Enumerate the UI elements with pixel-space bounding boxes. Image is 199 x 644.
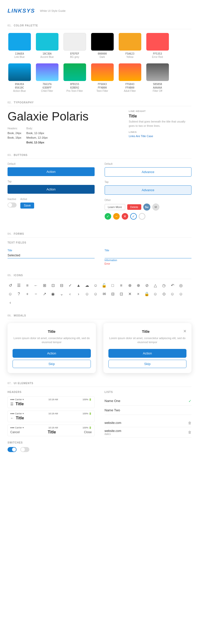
icon-person: ⊟ [59,283,64,288]
header2-topbar: ●●● Carrier ▾ 10:19 AM 100% 🔋 [10,412,92,415]
trash-icon-1[interactable]: 🗑 [188,421,191,425]
field2-input[interactable] [105,252,192,258]
modal1-action-button[interactable]: Action [13,349,91,358]
avatar-m[interactable]: M [152,204,159,211]
check-icon-1: ✓ [188,399,191,403]
inactive-active-container: Inactive Active Save [8,198,95,209]
switch-on[interactable] [8,447,17,452]
name-dark: Dark [100,56,105,58]
toggle-inactive[interactable] [8,203,17,208]
hex-actionblue: 09A3EA05618C [15,83,24,90]
header3-close[interactable]: Close [84,430,92,434]
advance-tap-button[interactable]: Advance [105,185,192,195]
action-default-button[interactable]: Action [8,167,95,176]
header2-battery: 100% 🔋 [83,412,92,415]
header3-cancel[interactable]: Cancel [10,430,20,434]
color-item-preteenfilter: 0FB15502BD92 Pre-Teen Filter [63,63,87,92]
check-circle-icon[interactable]: ✓ [105,213,111,220]
advance-default-button[interactable]: Advance [105,167,192,177]
color-item-accentblue: 18C3DA Accent Blue [35,33,59,58]
other-buttons-group: Learn More Delete Su M [105,204,192,211]
modal2-action-button[interactable]: Action [108,349,187,358]
btn-advance-default-row: Default Advance [105,163,192,177]
btn-advance-default-label: Default [105,163,192,165]
header1-titlebar: ☰ Title [10,402,92,406]
trash-icon-2[interactable]: 🗑 [188,430,191,434]
icon-face2: ☺ [170,291,175,297]
icon-unlock: 🔓 [101,283,107,288]
save-button[interactable]: Save [20,203,34,209]
header1-time: 10:19 AM [48,398,58,401]
field1-label: Title [8,249,95,252]
header3-titlebar: Cancel Title Close [10,430,92,434]
check-outline-icon[interactable]: ✓ [130,213,137,220]
empty-outline-icon[interactable] [139,213,145,220]
headers-value: Book, 24pxBook, 16px [8,131,21,140]
modal1-skip-button[interactable]: Skip [13,360,91,368]
header3-carrier: ●●● Carrier ▾ [10,426,24,429]
icon-face: ☺ [93,291,98,297]
color-item-adultfilter: FF6043FFAB00 Adult Filter [118,63,142,92]
line-height-label: LINE HEIGHT [129,110,191,112]
modal2-close-button[interactable]: ✕ [183,329,186,333]
icon-radio: ◉ [50,291,56,297]
list-item-2: Name Two [105,406,192,415]
headers-subsection-label: HEADERS [8,391,95,393]
icon-wifi: ▲ [76,283,81,288]
swatch-linkblue [8,33,31,51]
text-fields-label: TEXT FIELDS [8,241,191,244]
switches-container: SWITCHES [8,441,95,452]
icon-copy: ⊡ [118,291,124,297]
learn-more-button[interactable]: Learn More [105,204,125,210]
btn-default-label: Default [8,163,95,165]
section-title-typography: 02. TYPOGRAPHY [8,101,191,106]
list-item-1: Name One ✓ [105,396,192,406]
typography-details: Headers: Book, 24pxBook, 16px Body: Book… [8,127,121,145]
btn-inactive-active-row: Inactive Active Save [8,198,95,209]
modal1-body: Lorem ipsum dolor sit amet, consectetur … [13,336,91,344]
name-accentblue: Accent Blue [40,56,54,58]
hex-bggrey: EFEFEF [70,52,79,56]
minus-circle-icon[interactable]: − [113,213,120,220]
color-item-yellow: F5A623 Yellow [118,33,142,58]
field1-input[interactable] [8,252,95,258]
header-sample-2: ●●● Carrier ▾ 10:19 AM 100% 🔋 ← Title [8,411,95,422]
color-item-childfilter: 7661FA63D8FF Child Filter [35,63,59,92]
icon-question: ? [16,291,22,297]
active-group: Active Save [20,198,34,209]
modal2-body: Lorem ipsum dolor sit amet, consectetur … [108,336,187,344]
icon-square: □ [110,283,115,288]
action-tap-button[interactable]: Action [8,185,95,194]
swatch-bggrey [63,33,86,51]
swatch-preteenfilter [63,63,86,81]
modal2-skip-button[interactable]: Skip [108,360,187,368]
hex-errorred: FF5353 [153,52,162,56]
btn-other-row: Other Learn More Delete Su M ✓ − ✕ ✓ [105,199,192,220]
inactive-label: Inactive [8,198,17,200]
hamburger-icon-1[interactable]: ☰ [10,402,14,406]
page-header: LINKSYS White UI Style Guide [8,5,191,17]
color-item-actionblue: 09A3EA05618C Action Blue [8,63,31,92]
link-sample[interactable]: Links Are Title Case [129,135,153,138]
color-item-linkblue: 13A6EA Link Blue [8,33,31,58]
section-icons: 05. ICONS ↺ ☰ ≡ ← ⊞ ⊡ ⊟ ✓ ▲ ☁ ☺ 🔓 □ ≡ ⊗ … [8,274,191,305]
icon-cross: ⊗ [127,283,132,288]
icon-plus: + [25,291,30,297]
section-title-buttons: 03. BUTTONS [8,154,191,159]
switch-off[interactable] [20,447,29,452]
header2-titlebar: ← Title [10,416,92,420]
icon-arrow-left: ← [33,283,39,288]
typo-body: Body: Book, 12-16pxMedium, 12-16pxBold, … [26,127,48,145]
hex-linkblue: 13A6EA [15,52,24,56]
delete-button[interactable]: Delete [127,204,141,210]
form-field-1: Title [8,249,95,265]
avatar-su[interactable]: Su [143,204,150,211]
modal1-title: Title [13,329,91,334]
field2-error: Error [105,262,192,265]
header1-battery: 100% 🔋 [83,398,92,401]
back-arrow-icon-2[interactable]: ← [10,416,14,420]
website2-name: website.com [105,429,121,433]
name-filteroff: Filter Off [153,90,162,92]
website2-text: website.com italics [105,429,121,435]
x-circle-icon[interactable]: ✕ [122,213,128,220]
